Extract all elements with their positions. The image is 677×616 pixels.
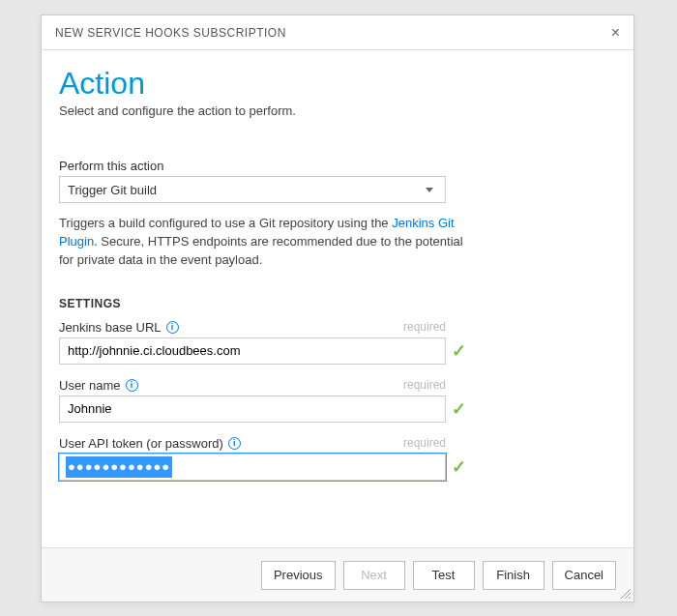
info-icon[interactable]: i xyxy=(166,321,179,334)
page-title: Action xyxy=(59,66,616,102)
help-suffix: . Secure, HTTPS endpoints are recommende… xyxy=(59,234,463,267)
setting-row-base-url: Jenkins base URL i required ✓ xyxy=(59,320,616,365)
dialog-title: NEW SERVICE HOOKS SUBSCRIPTION xyxy=(55,26,286,40)
info-icon[interactable]: i xyxy=(228,437,241,450)
dialog: NEW SERVICE HOOKS SUBSCRIPTION × Action … xyxy=(41,15,634,602)
action-label: Perform this action xyxy=(59,159,616,173)
next-button: Next xyxy=(343,561,405,590)
dialog-body: Action Select and configure the action t… xyxy=(42,50,633,547)
page-subtitle: Select and configure the action to perfo… xyxy=(59,103,616,118)
check-icon: ✓ xyxy=(452,458,466,476)
resize-grip-icon xyxy=(618,586,632,600)
check-icon: ✓ xyxy=(452,342,466,360)
base-url-label: Jenkins base URL i xyxy=(59,320,179,335)
dialog-header: NEW SERVICE HOOKS SUBSCRIPTION × xyxy=(42,15,633,50)
previous-button[interactable]: Previous xyxy=(261,561,336,590)
setting-row-user-name: User name i required ✓ xyxy=(59,378,616,423)
check-icon: ✓ xyxy=(452,400,466,418)
info-icon[interactable]: i xyxy=(126,379,138,392)
setting-row-api-token: User API token (or password) i required … xyxy=(59,436,616,481)
action-select-value: Trigger Git build xyxy=(68,183,157,197)
base-url-input[interactable] xyxy=(59,337,446,365)
svg-line-2 xyxy=(629,597,631,599)
required-tag: required xyxy=(403,378,446,392)
settings-heading: SETTINGS xyxy=(59,297,616,310)
api-token-label: User API token (or password) i xyxy=(59,436,241,451)
close-icon[interactable]: × xyxy=(611,25,620,41)
help-prefix: Triggers a build configured to use a Git… xyxy=(59,216,392,230)
action-select[interactable]: Trigger Git build xyxy=(59,176,446,203)
api-token-label-text: User API token (or password) xyxy=(59,436,223,451)
chevron-down-icon xyxy=(426,188,433,192)
action-help-text: Triggers a build configured to use a Git… xyxy=(59,215,465,270)
user-name-input[interactable] xyxy=(59,396,446,423)
finish-button[interactable]: Finish xyxy=(483,561,545,590)
svg-line-0 xyxy=(621,589,631,599)
password-mask: ●●●●●●●●●●●● xyxy=(66,456,172,478)
test-button[interactable]: Test xyxy=(413,561,475,590)
user-name-label-text: User name xyxy=(59,378,121,393)
required-tag: required xyxy=(403,436,446,450)
svg-line-1 xyxy=(625,593,631,599)
cancel-button[interactable]: Cancel xyxy=(552,561,616,590)
user-name-label: User name i xyxy=(59,378,138,393)
required-tag: required xyxy=(403,320,446,334)
base-url-label-text: Jenkins base URL xyxy=(59,320,162,335)
dialog-footer: Previous Next Test Finish Cancel xyxy=(42,547,633,601)
api-token-input[interactable]: ●●●●●●●●●●●● xyxy=(59,454,446,481)
